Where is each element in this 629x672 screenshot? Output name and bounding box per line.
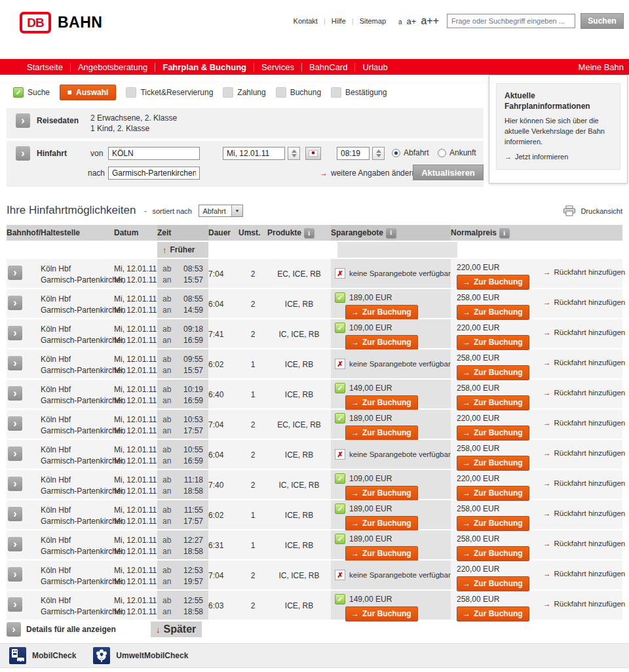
zur-buchung-normal-button[interactable]: → Zur Buchung bbox=[457, 335, 529, 350]
nav-fahrplan-buchung[interactable]: Fahrplan & Buchung bbox=[155, 62, 254, 72]
zur-buchung-normal-button[interactable]: → Zur Buchung bbox=[457, 305, 529, 320]
nav-angebotsberatung[interactable]: Angebotsberatung bbox=[71, 62, 155, 72]
changes-cell: 2 bbox=[238, 289, 267, 318]
frueher-button[interactable]: ↑ Früher bbox=[157, 242, 208, 258]
expand-row-icon[interactable]: › bbox=[8, 537, 22, 551]
rueckfahrt-hinzufuegen-link[interactable]: → Rückfahrt hinzufügen bbox=[543, 449, 625, 457]
sort-select[interactable]: Abfahrt ▼ bbox=[199, 205, 242, 217]
ankunft-radio[interactable]: Ankunft bbox=[438, 148, 476, 157]
rueckfahrt-hinzufuegen-link[interactable]: → Rückfahrt hinzufügen bbox=[543, 298, 625, 306]
produkte-info-icon[interactable]: i bbox=[304, 228, 314, 238]
rueckfahrt-hinzufuegen-link[interactable]: → Rückfahrt hinzufügen bbox=[543, 540, 625, 547]
db-bahn-logo[interactable]: DB BAHN bbox=[20, 12, 102, 33]
rueckfahrt-hinzufuegen-link[interactable]: → Rückfahrt hinzufügen bbox=[543, 268, 625, 276]
normalpreis-info-icon[interactable]: i bbox=[499, 228, 509, 238]
date-from: Mi, 12.01.11 bbox=[114, 294, 157, 305]
zur-buchung-normal-button[interactable]: → Zur Buchung bbox=[457, 606, 529, 622]
rueckfahrt-hinzufuegen-link[interactable]: → Rückfahrt hinzufügen bbox=[543, 328, 625, 336]
changes-cell: 2 bbox=[238, 319, 267, 348]
station-from: Köln Hbf bbox=[41, 565, 114, 576]
zur-buchung-offer-button[interactable]: → Zur Buchung bbox=[345, 486, 418, 501]
zur-buchung-offer-button[interactable]: → Zur Buchung bbox=[345, 606, 418, 622]
zur-buchung-normal-button[interactable]: → Zur Buchung bbox=[457, 516, 529, 531]
rueckfahrt-hinzufuegen-link[interactable]: → Rückfahrt hinzufügen bbox=[543, 570, 625, 578]
hilfe-link[interactable]: Hilfe bbox=[326, 17, 352, 25]
expand-row-icon[interactable]: › bbox=[8, 597, 22, 612]
date-input[interactable] bbox=[223, 147, 285, 160]
zur-buchung-offer-button[interactable]: → Zur Buchung bbox=[345, 395, 418, 410]
fahrplan-info-panel: Aktuelle Fahrplaninformationen Hier könn… bbox=[489, 75, 628, 184]
jetzt-informieren-link[interactable]: →Jetzt informieren bbox=[505, 153, 612, 161]
expand-row-icon[interactable]: › bbox=[8, 296, 22, 310]
connection-row: › Köln Hbf Garmisch-Partenkirchen Mi, 12… bbox=[7, 349, 622, 378]
spaeter-button[interactable]: ↓ Später bbox=[151, 622, 202, 637]
mobilcheck-link[interactable]: MobilCheck bbox=[9, 647, 76, 664]
expand-row-icon[interactable]: › bbox=[8, 326, 22, 340]
font-size-large[interactable]: a+ bbox=[407, 16, 417, 26]
zur-buchung-normal-button[interactable]: → Zur Buchung bbox=[457, 365, 529, 380]
druckansicht-button[interactable]: Druckansicht bbox=[563, 205, 622, 216]
expand-reisedaten-icon[interactable]: › bbox=[16, 113, 30, 128]
nach-input[interactable] bbox=[108, 167, 200, 180]
nav-startseite[interactable]: Startseite bbox=[20, 62, 70, 72]
zur-buchung-offer-button[interactable]: → Zur Buchung bbox=[345, 546, 418, 561]
nav-urlaub[interactable]: Urlaub bbox=[355, 62, 394, 72]
zur-buchung-offer-button[interactable]: → Zur Buchung bbox=[345, 305, 418, 320]
zur-buchung-normal-button[interactable]: → Zur Buchung bbox=[457, 395, 529, 410]
arrow-right-icon: → bbox=[543, 359, 551, 366]
weitere-angaben-link[interactable]: →weitere Angaben ändern bbox=[320, 168, 416, 178]
nav-meine-bahn[interactable]: Meine Bahn bbox=[579, 62, 624, 72]
zur-buchung-normal-button[interactable]: → Zur Buchung bbox=[457, 456, 529, 471]
calendar-button[interactable] bbox=[305, 147, 321, 160]
expand-row-icon[interactable]: › bbox=[8, 266, 22, 280]
kontakt-link[interactable]: Kontakt bbox=[288, 17, 324, 25]
font-size-normal[interactable]: a bbox=[398, 18, 402, 26]
step-buchung: Buchung bbox=[276, 87, 321, 98]
zur-buchung-offer-button[interactable]: → Zur Buchung bbox=[345, 516, 418, 531]
expand-row-icon[interactable]: › bbox=[8, 356, 22, 370]
zur-buchung-normal-button[interactable]: → Zur Buchung bbox=[457, 275, 529, 290]
expand-row-icon[interactable]: › bbox=[8, 567, 22, 582]
rueckfahrt-hinzufuegen-link[interactable]: → Rückfahrt hinzufügen bbox=[543, 389, 625, 397]
zur-buchung-normal-button[interactable]: → Zur Buchung bbox=[457, 425, 529, 441]
zur-buchung-offer-button[interactable]: → Zur Buchung bbox=[345, 425, 418, 441]
zur-buchung-normal-button[interactable]: → Zur Buchung bbox=[457, 546, 529, 561]
expand-row-icon[interactable]: › bbox=[8, 386, 22, 401]
expand-row-icon[interactable]: › bbox=[8, 507, 22, 521]
station-from: Köln Hbf bbox=[41, 535, 114, 546]
station-to: Garmisch-Partenkirchen bbox=[41, 365, 114, 376]
return-cell: → Rückfahrt hinzufügen bbox=[541, 440, 625, 469]
zur-buchung-normal-button[interactable]: → Zur Buchung bbox=[457, 486, 529, 501]
expand-row-icon[interactable]: › bbox=[8, 416, 22, 431]
rueckfahrt-hinzufuegen-link[interactable]: → Rückfahrt hinzufügen bbox=[543, 479, 625, 487]
search-button[interactable]: Suchen bbox=[581, 13, 624, 29]
date-stepper[interactable] bbox=[288, 147, 300, 160]
time-input[interactable] bbox=[337, 147, 370, 160]
rueckfahrt-hinzufuegen-link[interactable]: → Rückfahrt hinzufügen bbox=[543, 509, 625, 517]
col-bahnhof: Bahnhof/Haltestelle bbox=[7, 228, 114, 237]
nav-services[interactable]: Services bbox=[254, 62, 301, 72]
rueckfahrt-hinzufuegen-link[interactable]: → Rückfahrt hinzufügen bbox=[543, 419, 625, 427]
details-alle-anzeigen-link[interactable]: › Details für alle anzeigen bbox=[7, 622, 151, 637]
font-size-largest[interactable]: a++ bbox=[421, 15, 439, 27]
sitemap-link[interactable]: Sitemap bbox=[354, 17, 392, 25]
rueckfahrt-hinzufuegen-link[interactable]: → Rückfahrt hinzufügen bbox=[543, 600, 625, 608]
sparangebote-info-icon[interactable]: i bbox=[386, 228, 396, 238]
expand-row-icon[interactable]: › bbox=[8, 446, 22, 461]
offer-cell: ✓ 109,00 EUR → Zur Buchung ✗ keine Spara… bbox=[331, 319, 451, 348]
rueckfahrt-hinzufuegen-link[interactable]: → Rückfahrt hinzufügen bbox=[543, 359, 625, 366]
search-input[interactable] bbox=[447, 14, 575, 28]
abfahrt-radio[interactable]: Abfahrt bbox=[392, 148, 429, 157]
time-stepper[interactable] bbox=[372, 147, 385, 160]
zur-buchung-normal-button[interactable]: → Zur Buchung bbox=[457, 576, 529, 591]
return-cell: → Rückfahrt hinzufügen bbox=[541, 319, 625, 348]
umweltmobilcheck-link[interactable]: UmweltMobilCheck bbox=[93, 647, 188, 664]
changes-cell: 2 bbox=[238, 591, 267, 620]
hinfahrt-icon[interactable]: › bbox=[16, 146, 30, 161]
expand-row-icon[interactable]: › bbox=[8, 477, 22, 491]
nav-bahncard[interactable]: BahnCard bbox=[302, 62, 355, 72]
zur-buchung-offer-button[interactable]: → Zur Buchung bbox=[345, 335, 418, 350]
von-input[interactable] bbox=[108, 147, 200, 160]
arrow-right-icon: → bbox=[463, 579, 470, 588]
aktualisieren-button[interactable]: Aktualisieren bbox=[413, 165, 484, 180]
